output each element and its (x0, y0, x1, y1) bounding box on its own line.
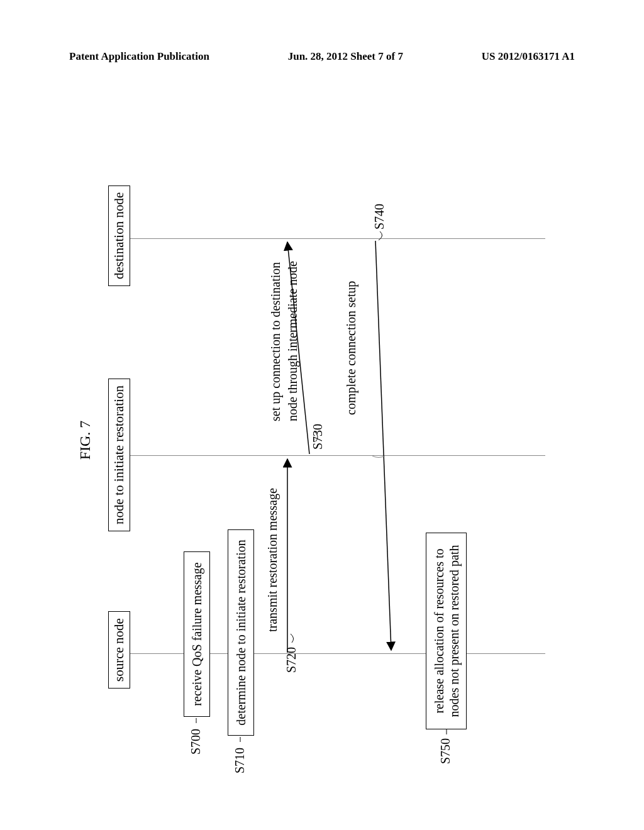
label-s730-line2: node through intermediate node (286, 261, 300, 421)
lane-source-node: source node (108, 611, 130, 689)
header-right: US 2012/0163171 A1 (482, 50, 575, 63)
tag-s710: S710 (233, 748, 247, 773)
header-left: Patent Application Publication (69, 50, 209, 63)
step-s750: release allocation of resources to nodes… (426, 533, 467, 729)
label-s720: transmit restoration message (265, 488, 280, 632)
step-s700: receive QoS failure message (184, 551, 210, 717)
tag-s750: S750 (438, 738, 453, 764)
lifeline-destination (130, 238, 545, 239)
lane-initiator-node: node to initiate restoration (108, 379, 130, 531)
step-s710: determine node to initiate restoration (228, 529, 254, 736)
header-center: Jun. 28, 2012 Sheet 7 of 7 (288, 50, 403, 63)
figure-7: FIG. 7 source node node to initiate rest… (77, 126, 567, 755)
figure-title: FIG. 7 (77, 421, 94, 460)
tag-s730: S730 (311, 424, 325, 450)
lifeline-initiator (130, 455, 545, 456)
label-s730-line1: set up connection to destination (269, 262, 283, 421)
label-s740: complete connection setup (344, 281, 358, 415)
lane-destination-node: destination node (108, 185, 130, 286)
tag-s700: S700 (189, 729, 203, 755)
step-s750-line2: nodes not present on restored path (447, 545, 462, 717)
step-s750-line1: release allocation of resources to (431, 548, 447, 713)
page-header: Patent Application Publication Jun. 28, … (0, 50, 644, 63)
svg-line-2 (375, 241, 391, 650)
tag-s740: S740 (372, 204, 387, 230)
tag-s720: S720 (284, 647, 299, 673)
